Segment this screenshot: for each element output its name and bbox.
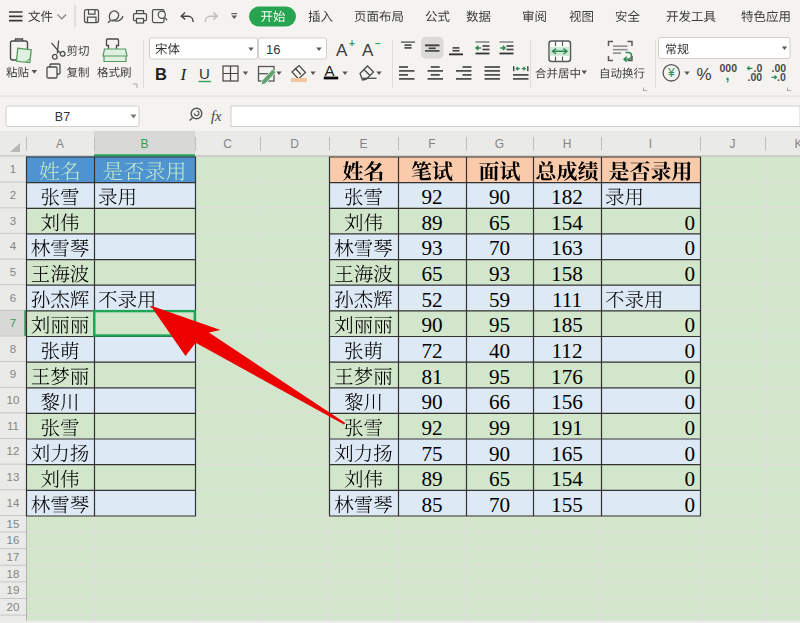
svg-text:B: B [155, 65, 167, 83]
svg-text:3: 3 [10, 215, 16, 227]
svg-text:89: 89 [421, 211, 442, 235]
svg-text:11: 11 [7, 420, 19, 432]
svg-text:40: 40 [489, 339, 510, 363]
svg-text:59: 59 [489, 288, 510, 312]
svg-text:93: 93 [489, 262, 510, 286]
svg-text:.00: .00 [748, 71, 763, 83]
svg-text:95: 95 [489, 313, 510, 337]
svg-text:90: 90 [489, 442, 510, 466]
svg-text:16: 16 [7, 534, 20, 546]
svg-text:0: 0 [684, 390, 695, 414]
svg-text:14: 14 [7, 497, 20, 509]
svg-text:J: J [730, 137, 736, 151]
svg-text:156: 156 [551, 390, 583, 414]
svg-text:99: 99 [489, 416, 510, 440]
svg-text:4: 4 [10, 240, 17, 252]
svg-text:U: U [199, 65, 210, 82]
svg-text:0: 0 [684, 416, 695, 440]
svg-text:66: 66 [489, 390, 510, 414]
svg-text:8: 8 [10, 343, 16, 355]
svg-text:13: 13 [7, 471, 20, 483]
svg-text:12: 12 [7, 445, 20, 457]
svg-text:155: 155 [551, 493, 583, 517]
svg-text:65: 65 [421, 262, 442, 286]
svg-text:5: 5 [10, 266, 16, 278]
svg-text:158: 158 [551, 262, 583, 286]
svg-text:0: 0 [684, 493, 695, 517]
svg-text:+: + [349, 38, 355, 49]
svg-text:K: K [794, 137, 800, 151]
svg-text:0: 0 [684, 236, 695, 260]
svg-text:2: 2 [10, 189, 16, 201]
svg-text:92: 92 [421, 416, 442, 440]
svg-text:20: 20 [7, 601, 20, 613]
svg-text:7: 7 [10, 317, 16, 329]
svg-text:C: C [223, 137, 232, 151]
svg-text:19: 19 [7, 584, 20, 596]
svg-text:A: A [325, 62, 335, 79]
svg-text:0: 0 [684, 262, 695, 286]
svg-text:90: 90 [421, 390, 442, 414]
svg-text:85: 85 [421, 493, 442, 517]
svg-text:0: 0 [684, 467, 695, 491]
svg-text:70: 70 [489, 493, 510, 517]
svg-text:fx: fx [211, 108, 222, 124]
svg-text:90: 90 [489, 185, 510, 209]
svg-text:15: 15 [7, 518, 20, 530]
svg-text:65: 65 [489, 467, 510, 491]
svg-text:112: 112 [552, 339, 583, 363]
svg-text:B7: B7 [55, 110, 70, 124]
svg-text:163: 163 [551, 236, 583, 260]
svg-text:90: 90 [421, 313, 442, 337]
svg-text:165: 165 [551, 442, 583, 466]
svg-text:F: F [428, 137, 435, 151]
svg-text:9: 9 [10, 368, 16, 380]
svg-text:185: 185 [551, 313, 583, 337]
svg-text:52: 52 [421, 288, 442, 312]
svg-text:.0: .0 [777, 71, 786, 83]
svg-text:154: 154 [551, 211, 583, 235]
svg-text:72: 72 [421, 339, 442, 363]
svg-text:176: 176 [551, 365, 583, 389]
svg-text:1: 1 [10, 163, 16, 175]
svg-text:95: 95 [489, 365, 510, 389]
svg-text:A: A [336, 41, 348, 60]
svg-text:I: I [649, 137, 652, 151]
svg-text:0: 0 [684, 442, 695, 466]
svg-text:%: % [697, 65, 712, 84]
svg-text:¥: ¥ [667, 66, 675, 80]
svg-text:D: D [290, 137, 299, 151]
svg-text:111: 111 [552, 288, 582, 312]
svg-text:89: 89 [421, 467, 442, 491]
svg-text:−: − [375, 38, 381, 49]
svg-text:E: E [359, 137, 367, 151]
svg-text:,: , [726, 67, 730, 83]
svg-text:191: 191 [551, 416, 583, 440]
svg-text:17: 17 [7, 551, 20, 563]
svg-text:93: 93 [421, 236, 442, 260]
svg-text:0: 0 [684, 365, 695, 389]
svg-text:81: 81 [421, 365, 442, 389]
svg-text:A: A [362, 41, 374, 60]
svg-text:0: 0 [684, 313, 695, 337]
svg-text:154: 154 [551, 467, 583, 491]
svg-text:0: 0 [684, 339, 695, 363]
svg-text:A: A [56, 137, 64, 151]
svg-text:16: 16 [266, 42, 280, 57]
svg-text:0: 0 [684, 211, 695, 235]
svg-text:75: 75 [421, 442, 442, 466]
svg-text:6: 6 [10, 292, 16, 304]
svg-text:10: 10 [7, 394, 20, 406]
svg-text:92: 92 [421, 185, 442, 209]
svg-text:18: 18 [7, 568, 20, 580]
svg-text:B: B [140, 137, 148, 151]
svg-text:70: 70 [489, 236, 510, 260]
svg-text:G: G [495, 137, 504, 151]
svg-text:182: 182 [551, 185, 583, 209]
svg-text:H: H [563, 137, 572, 151]
svg-text:65: 65 [489, 211, 510, 235]
